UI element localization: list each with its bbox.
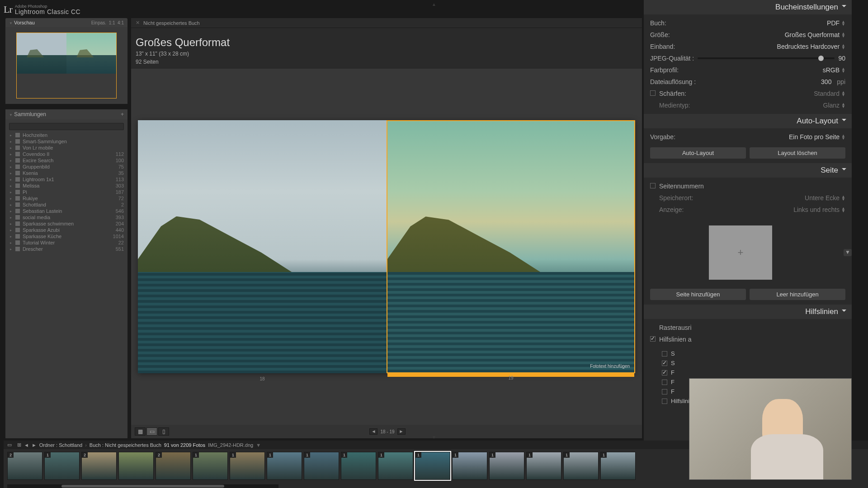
panel-guides[interactable]: Hilfslinien — [644, 305, 852, 319]
collection-item[interactable]: ▸Lightroom 1x1113 — [5, 176, 127, 183]
panel-page[interactable]: Seite — [644, 163, 852, 178]
label-colorprofile: Farbprofil: — [650, 66, 679, 74]
label-location: Speicherort: — [659, 194, 693, 202]
filmstrip-thumb[interactable]: 1 — [600, 452, 636, 480]
collection-item[interactable]: ▸Covendoo II112 — [5, 151, 127, 157]
filmstrip-scrollbar[interactable] — [7, 484, 278, 488]
value-colorprofile[interactable]: sRGB▲▼ — [823, 66, 845, 74]
secondary-display-icon[interactable]: ▭ — [7, 442, 12, 448]
center-tab-bar: ✕ Nicht gespeichertes Buch — [131, 18, 642, 28]
path-book[interactable]: Buch : Nicht gespeichertes Buch — [90, 442, 161, 448]
label-show-guides: Hilfslinien a — [659, 336, 692, 343]
collection-item[interactable]: ▸Rukiye72 — [5, 195, 127, 202]
page-template-menu[interactable]: ▼ — [844, 249, 852, 256]
collection-item[interactable]: ▸Hochzeiten — [5, 132, 127, 138]
filmstrip-thumb[interactable]: 2 — [156, 452, 191, 480]
panel-auto-layout[interactable]: Auto-Layout — [644, 114, 852, 128]
page-number-right: 19 — [508, 375, 513, 380]
collection-item[interactable]: ▸Gruppenbild75 — [5, 164, 127, 170]
page-template-cell[interactable]: + — [709, 225, 772, 280]
filmstrip-thumb[interactable]: 1 — [193, 452, 228, 480]
clear-layout-button[interactable]: Layout löschen — [750, 147, 845, 159]
collection-item[interactable]: ▸Sebastian Lastein546 — [5, 208, 127, 214]
collection-item[interactable]: ▸social media393 — [5, 214, 127, 221]
label-grid-snap[interactable]: Rasterausri — [659, 324, 692, 331]
page-right-selected[interactable]: Fototext hinzufügen 19 — [387, 120, 635, 373]
value-sharpen[interactable]: Standard▲▼ — [814, 90, 845, 97]
filmstrip-thumb[interactable]: 2 — [81, 452, 117, 480]
filmstrip-thumb[interactable]: 1 — [304, 452, 339, 480]
view-mode-toggles: ▦ ▭ ▯ — [135, 427, 169, 436]
collection-item[interactable]: ▸Sparkasse schwimmen204 — [5, 221, 127, 227]
collection-item[interactable]: ▸Sparkasse Azubi440 — [5, 227, 127, 233]
auto-layout-button[interactable]: Auto-Layout — [650, 147, 746, 159]
guide-option[interactable]: S — [662, 349, 845, 358]
collection-item[interactable]: ▸Drescher551 — [5, 246, 127, 252]
filmstrip-thumb[interactable] — [118, 452, 154, 480]
filmstrip-thumb[interactable]: 1 — [341, 452, 376, 480]
tab-x-icon[interactable]: ✕ — [136, 20, 140, 26]
filmstrip-thumb[interactable]: 1 — [489, 452, 524, 480]
filmstrip-thumb[interactable]: 1 — [267, 452, 302, 480]
filmstrip-thumb[interactable]: 1 — [563, 452, 599, 480]
pager-prev-button[interactable]: ◄ — [369, 428, 377, 435]
add-page-button[interactable]: Seite hinzufügen — [650, 289, 746, 300]
guide-option[interactable]: F — [662, 368, 845, 377]
value-preset[interactable]: Ein Foto pro Seite▲▼ — [789, 133, 845, 141]
collection-item[interactable]: ▸Schottland2 — [5, 202, 127, 208]
pager-next-button[interactable]: ► — [397, 428, 406, 435]
collection-item[interactable]: ▸Ksenia35 — [5, 170, 127, 176]
value-size[interactable]: Großes Querformat▲▼ — [785, 31, 845, 38]
value-display[interactable]: Links und rechts▲▼ — [793, 206, 845, 213]
value-cover[interactable]: Bedrucktes Hardcover▲▼ — [777, 43, 845, 50]
page-left[interactable]: 18 — [138, 120, 387, 373]
checkbox-show-guides[interactable] — [650, 336, 656, 342]
collection-item[interactable]: ▸Pi187 — [5, 189, 127, 195]
filmstrip-thumb[interactable]: 1 — [415, 452, 450, 480]
collection-item[interactable]: ▸Von Lr mobile — [5, 145, 127, 151]
slider-jpeg-quality[interactable] — [698, 57, 835, 59]
label-size: Größe: — [650, 31, 670, 38]
filmstrip-thumb[interactable]: 1 — [44, 452, 80, 480]
value-jpeg[interactable]: 90 — [838, 55, 845, 62]
book-pagecount: 92 Seiten — [136, 59, 637, 65]
collection-item[interactable]: ▸Sparkasse Küche1014 — [5, 233, 127, 239]
preview-thumb[interactable] — [16, 33, 117, 99]
nav-fwd-icon[interactable]: ► — [32, 442, 37, 448]
collection-item[interactable]: ▸Melissa303 — [5, 183, 127, 189]
filmstrip-thumb[interactable]: 1 — [526, 452, 561, 480]
value-book[interactable]: PDF▲▼ — [827, 19, 845, 27]
value-mediatype[interactable]: Glanz▲▼ — [823, 102, 846, 109]
checkbox-pagenumbers[interactable] — [650, 183, 656, 188]
book-dimensions: 13" x 11" (33 x 28 cm) — [136, 51, 637, 57]
view-spread-icon[interactable]: ▭ — [146, 427, 157, 436]
path-folder[interactable]: Ordner : Schottland — [39, 442, 82, 448]
add-collection-icon[interactable]: + — [121, 111, 124, 117]
top-grip[interactable]: ▲ — [432, 2, 436, 7]
checkbox-sharpen[interactable] — [650, 90, 656, 96]
value-resolution[interactable]: 300 — [821, 78, 831, 85]
panel-book-settings[interactable]: Bucheinstellungen — [644, 0, 852, 14]
add-caption-hint[interactable]: Fototext hinzufügen — [590, 364, 630, 369]
filmstrip-thumb[interactable]: 1 — [230, 452, 265, 480]
add-blank-button[interactable]: Leer hinzufügen — [750, 289, 845, 300]
grid-icon[interactable]: ⊞ — [17, 442, 21, 448]
view-single-icon[interactable]: ▯ — [158, 427, 169, 436]
preview-panel-header[interactable]: ▼ Vorschau Einpas. 1:1 4:1 — [5, 18, 127, 27]
filmstrip-thumb[interactable]: 1 — [378, 452, 413, 480]
value-location[interactable]: Untere Ecke▲▼ — [805, 194, 845, 202]
nav-back-icon[interactable]: ◄ — [24, 442, 29, 448]
path-count: 91 von 2209 Fotos — [164, 442, 205, 448]
label-jpeg: JPEG-Qualität : — [650, 55, 694, 62]
guide-option[interactable]: S — [662, 358, 845, 368]
collections-filter-input[interactable] — [9, 123, 124, 130]
filmstrip-thumb[interactable]: 2 — [7, 452, 42, 480]
bottom-grip[interactable]: ▼ — [432, 435, 436, 440]
collection-item[interactable]: ▸Smart-Sammlungen — [5, 138, 127, 145]
view-grid-icon[interactable]: ▦ — [135, 427, 146, 436]
collection-item[interactable]: ▸Tutorial Winter22 — [5, 239, 127, 246]
collections-header[interactable]: ▼ Sammlungen + — [5, 109, 127, 119]
collection-item[interactable]: ▸Excire Search100 — [5, 157, 127, 164]
filmstrip-thumb[interactable]: 1 — [452, 452, 487, 480]
tab-unsaved-book[interactable]: Nicht gespeichertes Buch — [143, 20, 200, 26]
